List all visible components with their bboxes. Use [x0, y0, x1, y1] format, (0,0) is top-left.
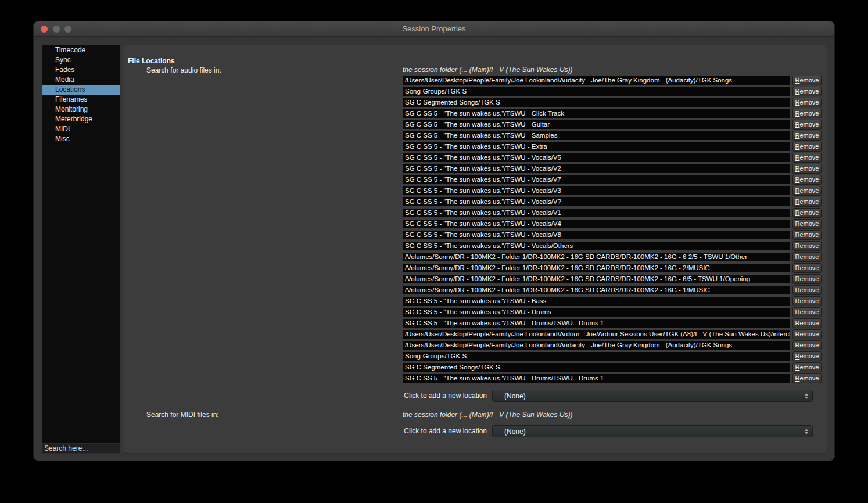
dropdown-value: (None) [493, 427, 801, 436]
remove-button[interactable]: Remove [792, 120, 822, 130]
path-row: SG C SS 5 - "The sun wakes us."/TSWU - D… [403, 373, 822, 384]
path-field[interactable]: /Users/User/Desktop/People/Family/Joe Lo… [403, 330, 790, 339]
path-row: SG C SS 5 - "The sun wakes us."/TSWU - C… [403, 108, 822, 119]
remove-button[interactable]: Remove [792, 274, 822, 284]
path-row: /Users/User/Desktop/People/Family/Joe Lo… [403, 329, 822, 340]
remove-button[interactable]: Remove [792, 296, 822, 306]
sidebar-item-locations[interactable]: Locations [42, 85, 120, 95]
path-field[interactable]: SG C SS 5 - "The sun wakes us."/TSWU - V… [403, 175, 790, 184]
remove-button[interactable]: Remove [792, 219, 822, 229]
path-field[interactable]: /Users/User/Desktop/People/Family/Joe Lo… [403, 76, 790, 85]
remove-button[interactable]: Remove [792, 164, 822, 174]
path-field[interactable]: Song-Groups/TGK S [403, 87, 790, 96]
path-row: SG C SS 5 - "The sun wakes us."/TSWU - G… [403, 119, 822, 130]
path-row: /Volumes/Sonny/DR - 100MK2 - Folder 1/DR… [403, 274, 822, 285]
midi-add-location-dropdown[interactable]: (None) [492, 425, 813, 437]
path-row: SG C SS 5 - "The sun wakes us."/TSWU - V… [403, 229, 822, 240]
path-field[interactable]: /Volumes/Sonny/DR - 100MK2 - Folder 1/DR… [403, 275, 790, 283]
remove-button[interactable]: Remove [792, 153, 822, 163]
path-row: SG C SS 5 - "The sun wakes us."/TSWU - D… [403, 318, 822, 329]
path-row: /Volumes/Sonny/DR - 100MK2 - Folder 1/DR… [403, 252, 822, 263]
path-field[interactable]: /Volumes/Sonny/DR - 100MK2 - Folder 1/DR… [403, 253, 790, 261]
sidebar-search-input[interactable]: Search here... [42, 444, 120, 454]
main-panel: File Locations Search for audio files in… [123, 45, 827, 454]
remove-button[interactable]: Remove [792, 340, 822, 350]
path-field[interactable]: SG C SS 5 - "The sun wakes us."/TSWU - V… [403, 197, 790, 206]
remove-button[interactable]: Remove [792, 318, 822, 328]
remove-button[interactable]: Remove [792, 98, 822, 107]
path-field[interactable]: SG C Segmented Songs/TGK S [403, 98, 790, 107]
midi-search-label: Search for MIDI files in: [146, 411, 219, 419]
path-field[interactable]: SG C SS 5 - "The sun wakes us."/TSWU - B… [403, 297, 790, 306]
path-field[interactable]: Song-Groups/TGK S [403, 352, 790, 361]
path-row: SG C Segmented Songs/TGK S Remove [403, 362, 822, 373]
path-field[interactable]: SG C SS 5 - "The sun wakes us."/TSWU - V… [403, 186, 790, 195]
sidebar-item-filenames[interactable]: Filenames [42, 95, 120, 105]
path-field[interactable]: SG C SS 5 - "The sun wakes us."/TSWU - C… [403, 109, 790, 118]
remove-button[interactable]: Remove [792, 87, 822, 96]
remove-button[interactable]: Remove [792, 307, 822, 317]
remove-button[interactable]: Remove [792, 285, 822, 295]
up-down-arrows-icon [801, 426, 812, 437]
remove-button[interactable]: Remove [792, 230, 822, 240]
path-field[interactable]: SG C SS 5 - "The sun wakes us."/TSWU - V… [403, 220, 790, 228]
sidebar-item-meterbridge[interactable]: Meterbridge [42, 114, 120, 124]
path-row: SG C SS 5 - "The sun wakes us."/TSWU - V… [403, 196, 822, 207]
midi-add-location-label: Click to add a new location [123, 427, 487, 435]
path-field[interactable]: SG C SS 5 - "The sun wakes us."/TSWU - G… [403, 120, 790, 129]
path-row: SG C SS 5 - "The sun wakes us."/TSWU - B… [403, 296, 822, 307]
audio-path-list: /Users/User/Desktop/People/Family/Joe Lo… [403, 75, 822, 384]
path-row: SG C SS 5 - "The sun wakes us."/TSWU - D… [403, 307, 822, 318]
sidebar-item-sync[interactable]: Sync [42, 55, 120, 65]
remove-button[interactable]: Remove [792, 208, 822, 218]
remove-button[interactable]: Remove [792, 109, 822, 118]
path-field[interactable]: SG C SS 5 - "The sun wakes us."/TSWU - V… [403, 153, 790, 162]
path-field[interactable]: /Volumes/Sonny/DR - 100MK2 - Folder 1/DR… [403, 286, 790, 294]
path-field[interactable]: SG C SS 5 - "The sun wakes us."/TSWU - D… [403, 308, 790, 317]
path-row: SG C SS 5 - "The sun wakes us."/TSWU - V… [403, 163, 822, 174]
sidebar-item-monitoring[interactable]: Monitoring [42, 105, 120, 114]
path-field[interactable]: SG C SS 5 - "The sun wakes us."/TSWU - V… [403, 164, 790, 173]
titlebar[interactable]: Session Properties [34, 21, 834, 37]
path-row: /Users/User/Desktop/People/Family/Joe Lo… [403, 340, 822, 351]
path-row: Song-Groups/TGK S Remove [403, 86, 822, 97]
path-row: SG C Segmented Songs/TGK S Remove [403, 97, 822, 108]
remove-button[interactable]: Remove [792, 263, 822, 273]
remove-button[interactable]: Remove [792, 142, 822, 152]
remove-button[interactable]: Remove [792, 351, 822, 361]
remove-button[interactable]: Remove [792, 329, 822, 339]
path-row: SG C SS 5 - "The sun wakes us."/TSWU - V… [403, 152, 822, 163]
remove-button[interactable]: Remove [792, 186, 822, 196]
path-field[interactable]: SG C SS 5 - "The sun wakes us."/TSWU - S… [403, 131, 790, 140]
sidebar-item-midi[interactable]: MIDI [42, 124, 120, 134]
path-field[interactable]: SG C SS 5 - "The sun wakes us."/TSWU - D… [403, 319, 790, 328]
path-field[interactable]: SG C SS 5 - "The sun wakes us."/TSWU - V… [403, 231, 790, 239]
remove-button[interactable]: Remove [792, 131, 822, 141]
path-row: /Users/User/Desktop/People/Family/Joe Lo… [403, 75, 822, 86]
sidebar-item-fades[interactable]: Fades [42, 65, 120, 75]
path-field[interactable]: SG C SS 5 - "The sun wakes us."/TSWU - D… [403, 374, 790, 383]
sidebar-item-timecode[interactable]: Timecode [42, 45, 120, 55]
remove-button[interactable]: Remove [792, 373, 822, 383]
path-row: SG C SS 5 - "The sun wakes us."/TSWU - E… [403, 141, 822, 152]
sidebar-item-misc[interactable]: Misc [42, 134, 120, 144]
path-field[interactable]: SG C SS 5 - "The sun wakes us."/TSWU - V… [403, 209, 790, 217]
path-field[interactable]: /Volumes/Sonny/DR - 100MK2 - Folder 1/DR… [403, 264, 790, 272]
remove-button[interactable]: Remove [792, 197, 822, 207]
path-row: SG C SS 5 - "The sun wakes us."/TSWU - V… [403, 185, 822, 196]
remove-button[interactable]: Remove [792, 76, 822, 85]
remove-button[interactable]: Remove [792, 175, 822, 185]
path-field[interactable]: SG C SS 5 - "The sun wakes us."/TSWU - V… [403, 242, 790, 250]
path-field[interactable]: SG C Segmented Songs/TGK S [403, 363, 790, 372]
window-title: Session Properties [34, 21, 834, 37]
path-row: /Volumes/Sonny/DR - 100MK2 - Folder 1/DR… [403, 285, 822, 296]
path-row: SG C SS 5 - "The sun wakes us."/TSWU - V… [403, 174, 822, 185]
path-field[interactable]: SG C SS 5 - "The sun wakes us."/TSWU - E… [403, 142, 790, 151]
sidebar-item-media[interactable]: Media [42, 75, 120, 85]
audio-add-location-dropdown[interactable]: (None) [492, 390, 813, 402]
audio-add-location-label: Click to add a new location [123, 391, 487, 400]
remove-button[interactable]: Remove [792, 252, 822, 262]
remove-button[interactable]: Remove [792, 241, 822, 251]
remove-button[interactable]: Remove [792, 362, 822, 372]
path-field[interactable]: /Users/User/Desktop/People/Family/Joe Lo… [403, 341, 790, 350]
